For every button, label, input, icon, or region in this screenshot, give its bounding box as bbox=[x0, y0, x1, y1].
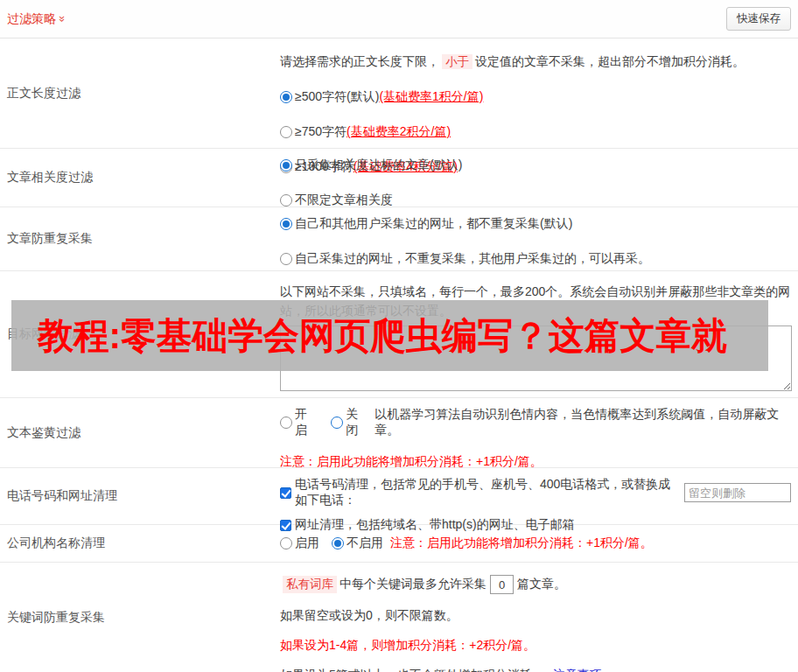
radio-icon[interactable] bbox=[280, 126, 292, 138]
section-keyword-dedupe: 关键词防重复采集 私有词库 中每个关键词最多允许采集 篇文章。 如果留空或设为0… bbox=[0, 563, 798, 672]
section-phone-url-clean: 电话号码和网址清理 电话号码清理，包括常见的手机号、座机号、400电话格式，或替… bbox=[0, 468, 798, 525]
fee-note: (基础费率1积分/篇) bbox=[379, 89, 483, 105]
chevron-down-icon: » bbox=[57, 16, 68, 22]
section-porn-filter: 文本鉴黄过滤 开启 关闭 以机器学习算法自动识别色情内容，当色情概率达到系统阈值… bbox=[0, 398, 798, 468]
section-label: 文章防重复采集 bbox=[0, 207, 273, 270]
porn-on-label[interactable]: 开启 bbox=[295, 407, 318, 438]
section-label: 正文长度过滤 bbox=[0, 38, 273, 148]
radio-icon[interactable] bbox=[280, 159, 292, 172]
keyword-note-five: 如果设为5篇或以上，也不会额外增加积分消耗。 注意事项 » bbox=[280, 668, 791, 672]
page-title-text: 过滤策略 bbox=[7, 11, 56, 27]
less-than-badge: 小于 bbox=[442, 54, 472, 69]
section-label: 电话号码和网址清理 bbox=[0, 468, 273, 524]
replacement-phone-input[interactable] bbox=[684, 483, 791, 502]
phone-clean-option[interactable]: 电话号码清理，包括常见的手机号、座机号、400电话格式，或替换成如下电话： bbox=[280, 477, 791, 508]
porn-desc: 以机器学习算法自动识别色情内容，当色情概率达到系统阈值，自动屏蔽文章。 bbox=[374, 407, 791, 438]
radio-icon[interactable] bbox=[280, 416, 292, 429]
fee-note: (基础费率2积分/篇) bbox=[346, 124, 451, 140]
section-label: 关键词防重复采集 bbox=[0, 563, 273, 672]
keyword-fee-note: 如果设为1-4篇，则增加积分消耗：+2积分/篇。 bbox=[280, 638, 791, 654]
promo-overlay-banner: 教程:零基础学会网页爬虫编写？这篇文章就 bbox=[11, 300, 768, 371]
radio-icon[interactable] bbox=[332, 537, 344, 550]
radio-relevance-strict[interactable]: 只采集相关度达标的文章(默认) bbox=[280, 158, 791, 173]
radio-dedupe-all[interactable]: 自己和其他用户采集过的网址，都不重复采集(默认) bbox=[280, 216, 791, 232]
max-articles-input[interactable] bbox=[490, 575, 514, 594]
radio-icon[interactable] bbox=[280, 218, 292, 230]
section-label: 文本鉴黄过滤 bbox=[0, 398, 273, 467]
section-relevance-filter: 文章相关度过滤 只采集相关度达标的文章(默认) 不限定文章相关度 bbox=[0, 149, 798, 207]
quick-save-button[interactable]: 快速保存 bbox=[726, 7, 791, 31]
porn-off-label[interactable]: 关闭 bbox=[346, 407, 369, 438]
header-bar: 过滤策略 » 快速保存 bbox=[0, 0, 798, 38]
radio-option-750[interactable]: ≥750字符 (基础费率2积分/篇) bbox=[280, 124, 791, 140]
keyword-note-empty: 如果留空或设为0，则不限篇数。 bbox=[280, 608, 791, 624]
radio-icon[interactable] bbox=[280, 91, 292, 103]
radio-relevance-any[interactable]: 不限定文章相关度 bbox=[280, 192, 791, 208]
checkbox-icon[interactable] bbox=[280, 487, 291, 499]
porn-filter-options: 开启 关闭 以机器学习算法自动识别色情内容，当色情概率达到系统阈值，自动屏蔽文章… bbox=[280, 407, 791, 438]
company-disable-label[interactable]: 不启用 bbox=[346, 536, 383, 551]
private-lexicon-badge: 私有词库 bbox=[283, 576, 337, 593]
length-intro: 请选择需求的正文长度下限，小于设定值的文章不采集，超出部分不增加积分消耗。 bbox=[280, 54, 791, 70]
section-company-clean: 公司机构名称清理 启用 不启用 注意：启用此功能将增加积分消耗：+1积分/篇。 bbox=[0, 525, 798, 563]
radio-option-500[interactable]: ≥500字符(默认) (基础费率1积分/篇) bbox=[280, 89, 791, 105]
radio-icon[interactable] bbox=[280, 194, 292, 206]
radio-icon[interactable] bbox=[280, 253, 292, 265]
checkbox-icon[interactable] bbox=[280, 520, 291, 531]
section-label: 公司机构名称清理 bbox=[0, 525, 273, 562]
promo-overlay-text: 教程:零基础学会网页爬虫编写？这篇文章就 bbox=[38, 312, 727, 360]
keyword-limit-line: 私有词库 中每个关键词最多允许采集 篇文章。 bbox=[280, 575, 791, 594]
company-enable-label[interactable]: 启用 bbox=[295, 536, 319, 551]
section-text-length-filter: 正文长度过滤 请选择需求的正文长度下限，小于设定值的文章不采集，超出部分不增加积… bbox=[0, 38, 798, 149]
company-fee-note: 注意：启用此功能将增加积分消耗：+1积分/篇。 bbox=[390, 536, 653, 551]
radio-dedupe-self[interactable]: 自己采集过的网址，不重复采集，其他用户采集过的，可以再采。 bbox=[280, 251, 791, 267]
notice-link[interactable]: 注意事项 bbox=[553, 668, 602, 672]
page-title[interactable]: 过滤策略 » bbox=[7, 11, 66, 27]
radio-icon[interactable] bbox=[280, 537, 292, 550]
section-label: 文章相关度过滤 bbox=[0, 149, 273, 206]
radio-icon[interactable] bbox=[331, 416, 343, 429]
section-dedupe-collect: 文章防重复采集 自己和其他用户采集过的网址，都不重复采集(默认) 自己采集过的网… bbox=[0, 207, 798, 271]
